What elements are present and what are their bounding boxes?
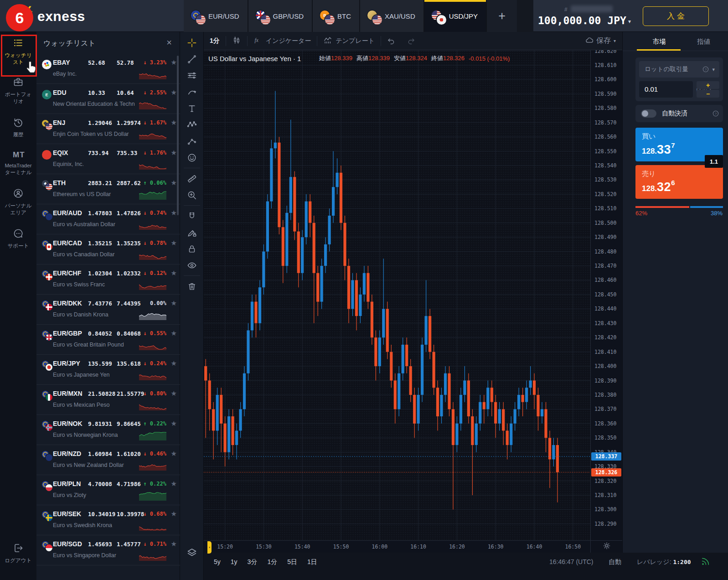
zoom-in-tool-button[interactable] [185,188,199,202]
account-summary[interactable]: # 100,000.00 JPY ▾ [538,0,640,32]
range-button-3分[interactable]: 3分 [245,556,260,568]
watchlist-row-eur-nok[interactable]: EUR/NOK9.819319.86645↑ 0.22%★Euro vs Nor… [36,415,180,445]
sidebar-item-history[interactable]: 履歴 [0,117,36,138]
favorite-star-icon[interactable]: ★ [171,329,177,337]
help-icon[interactable]: ? [712,110,719,117]
lock-tool-button[interactable] [185,242,199,256]
watchlist-row-edu[interactable]: EEDU10.3310.64↓ 2.55%★New Oriental Educa… [36,84,180,114]
help-icon[interactable]: ? [712,110,719,117]
favorite-star-icon[interactable]: ★ [171,419,177,428]
chevron-down-icon[interactable]: ▾ [628,18,631,25]
favorite-star-icon[interactable]: ★ [171,88,177,97]
hide-tool-button[interactable] [185,258,199,273]
favorite-star-icon[interactable]: ★ [171,269,177,277]
range-button-1日[interactable]: 1日 [305,556,320,568]
favorite-star-icon[interactable]: ★ [171,540,177,548]
text-tool-button[interactable] [185,101,199,116]
parallel-lines-tool-button[interactable] [185,68,199,83]
favorite-star-icon[interactable]: ★ [171,239,177,247]
instrument-tab-btc[interactable]: BBTC [313,0,360,32]
watchlist-row-eur-chf[interactable]: EUR/CHF1.023041.02332↓ 0.12%★Euro vs Swi… [36,264,180,295]
emoji-tool-button[interactable] [185,150,199,165]
watchlist-row-eur-nzd[interactable]: EUR/NZD1.609841.61020↓ 0.46%★Euro vs New… [36,445,180,475]
trendline-tool-button[interactable] [185,52,199,67]
sidebar-item-portfolio[interactable]: ポートフォリオ [0,77,36,105]
lot-size-input[interactable]: 0.01 ロット [639,81,693,98]
watchlist-row-eur-sgd[interactable]: EUR/SGD1.456931.45777↓ 0.71%★Euro vs Sin… [36,535,180,565]
add-instrument-tab-button[interactable]: + [487,0,517,32]
favorite-star-icon[interactable]: ★ [171,389,177,398]
object-tree-button[interactable] [185,545,199,560]
lot-increase-button[interactable]: + [697,81,719,89]
favorite-star-icon[interactable]: ★ [171,58,177,67]
auto-close-toggle[interactable] [641,109,656,118]
delete-tool-button[interactable] [185,279,199,294]
favorite-star-icon[interactable]: ★ [171,450,177,458]
favorite-star-icon[interactable]: ★ [171,149,177,157]
favorite-star-icon[interactable]: ★ [171,209,177,217]
ruler-tool-button[interactable] [185,171,199,186]
close-icon[interactable]: × [166,37,172,48]
deposit-button[interactable]: 入金 [643,6,709,26]
crosshair-tool-button[interactable] [185,36,199,50]
time-axis[interactable]: 15:2015:3015:4015:5016:0016:1016:2016:30… [204,540,590,553]
redo-button[interactable] [401,32,421,50]
watchlist-row-eqix[interactable]: EQIX733.94735.33↓ 1.76%★Equinix, Inc. [36,144,180,174]
favorite-star-icon[interactable]: ★ [171,359,177,368]
candlestick-chart[interactable] [204,50,590,540]
lot-mode-select[interactable]: ロットの取引量 ? ▾ [639,61,719,78]
watchlist-row-ebay[interactable]: EBAY52.6852.78↓ 3.23%★eBay Inc. [36,54,180,84]
instrument-tab-usd-jpy[interactable]: USD/JPY [424,0,487,32]
watchlist-row-eur-dkk[interactable]: EUR/DKK7.437767.443950.00%★Euro vs Danis… [36,295,180,325]
watchlist-row-eur-mxn[interactable]: EUR/MXN21.5082821.55779↓ 0.80%★Euro vs M… [36,385,180,415]
range-button-1分[interactable]: 1分 [264,556,280,568]
collapse-watchlist-handle[interactable]: ‹ [207,541,212,554]
pattern-tool-button[interactable] [185,118,199,132]
brush-tool-button[interactable] [185,85,199,99]
save-button[interactable]: 保存 ▾ [585,36,622,46]
sidebar-item-mt[interactable]: MTMetaTraderターミナル [0,150,36,176]
tab-market[interactable]: 市場 [653,37,666,46]
range-button-1y[interactable]: 1y [228,556,240,568]
watchlist-row-eur-cad[interactable]: EUR/CAD1.352151.35235↓ 0.78%★Euro vs Can… [36,234,180,264]
sidebar-item-watchlist[interactable]: ウォッチリスト [0,37,36,66]
draw-lock-tool-button[interactable] [185,225,199,240]
sidebar-item-personal-area[interactable]: パーソナルエリア [0,188,36,216]
watchlist-row-eur-sek[interactable]: EUR/SEK10.3401910.39978↓ 0.68%★Euro vs S… [36,505,180,535]
chart-settings-corner[interactable] [590,540,622,553]
watchlist-row-eur-jpy[interactable]: EUR/JPY135.599135.618↓ 0.24%★Euro vs Jap… [36,355,180,385]
timezone-auto-button[interactable]: 自動 [609,558,621,566]
favorite-star-icon[interactable]: ★ [171,119,177,127]
timeframe-button[interactable]: 1分 [204,32,226,50]
indicators-button[interactable]: fx インジケーター [248,32,317,50]
help-icon[interactable]: ? [702,66,709,73]
watchlist-row-eur-aud[interactable]: EUR/AUD1.478031.47826↓ 0.74%★Euro vs Aus… [36,204,180,234]
chart-canvas[interactable] [204,50,590,540]
range-button-5日[interactable]: 5日 [284,556,300,568]
price-axis[interactable]: 128.620128.610128.600128.590128.580128.5… [590,50,622,540]
instrument-tab-gbp-usd[interactable]: GBP/USD [248,0,313,32]
tab-limit[interactable]: 指値 [697,37,710,46]
favorite-star-icon[interactable]: ★ [171,179,177,187]
sell-button[interactable]: 売り 128.326 [635,165,723,199]
sidebar-item-support[interactable]: サポート [0,228,36,249]
template-button[interactable]: テンプレート [317,32,381,50]
forecast-tool-button[interactable] [185,134,199,149]
undo-button[interactable] [381,32,401,50]
watchlist-row-eur-gbp[interactable]: EUR/GBP0.840520.84068↓ 0.55%★Euro vs Gre… [36,325,180,355]
sidebar-item-logout[interactable]: ログアウト [0,543,36,564]
magnet-tool-button[interactable] [185,209,199,223]
watchlist-row-eth[interactable]: ◆ETH2883.212887.62↑ 0.06%★Ethereum vs US… [36,174,180,204]
favorite-star-icon[interactable]: ★ [171,480,177,488]
instrument-tab-xau-usd[interactable]: XAU/USD [360,0,424,32]
chart-type-button[interactable] [226,32,247,50]
instrument-tab-eur-usd[interactable]: EUR/USD [184,0,248,32]
favorite-star-icon[interactable]: ★ [171,299,177,307]
lot-decrease-button[interactable]: − [697,90,719,98]
watchlist-row-eur-pln[interactable]: EUR/PLN4.700084.71986↑ 0.22%★Euro vs Zlo… [36,475,180,505]
watchlist-row-enj[interactable]: ENJ1.290461.29974↓ 1.67%★Enjin Coin Toke… [36,114,180,144]
favorite-star-icon[interactable]: ★ [171,510,177,518]
range-button-5y[interactable]: 5y [211,556,223,568]
help-icon[interactable]: ? [702,66,709,73]
watchlist-scrollbar[interactable] [177,56,179,215]
